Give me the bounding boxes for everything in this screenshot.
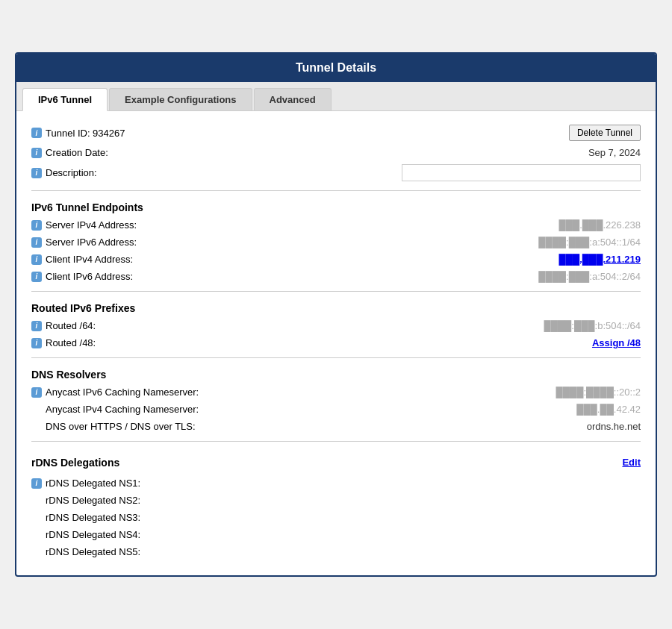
- info-icon-anycast-ipv6: i: [31, 387, 42, 398]
- description-input[interactable]: [402, 164, 641, 181]
- client-ipv6-row: i Client IPv6 Address: ████:███:a:504::2…: [31, 268, 641, 285]
- anycast-ipv4-value: ███.██.42.42: [576, 404, 641, 415]
- description-row: i Description:: [31, 161, 641, 184]
- creation-date-row: i Creation Date: Sep 7, 2024: [31, 144, 641, 161]
- info-icon-client-ipv6: i: [31, 272, 42, 282]
- tab-example-configurations[interactable]: Example Configurations: [109, 88, 252, 110]
- assign-48-link[interactable]: Assign /48: [592, 337, 641, 348]
- server-ipv4-label: Server IPv4 Address:: [46, 219, 137, 231]
- endpoints-section-title: IPv6 Tunnel Endpoints: [31, 197, 641, 216]
- delete-tunnel-button[interactable]: Delete Tunnel: [569, 125, 641, 141]
- info-icon-server-ipv6: i: [31, 237, 42, 248]
- server-ipv4-value: ███.███.226.238: [559, 219, 641, 231]
- anycast-ipv6-row: i Anycast IPv6 Caching Nameserver: ████:…: [31, 384, 641, 401]
- info-icon-description: i: [31, 168, 42, 178]
- routed64-value: ████:███:b:504::/64: [544, 320, 641, 331]
- creation-date-value: Sep 7, 2024: [588, 147, 641, 158]
- routed48-label: Routed /48:: [46, 337, 96, 348]
- info-icon-server-ipv4: i: [31, 220, 42, 231]
- dns-https-value: ordns.he.net: [587, 421, 641, 432]
- anycast-ipv6-label: Anycast IPv6 Caching Nameserver:: [46, 387, 199, 398]
- server-ipv6-row: i Server IPv6 Address: ████:███:a:504::1…: [31, 234, 641, 251]
- panel-title: Tunnel Details: [16, 54, 656, 82]
- client-ipv4-value[interactable]: ███.███.211.219: [559, 254, 641, 265]
- divider-rdns: [31, 441, 641, 442]
- creation-date-label: Creation Date:: [46, 147, 108, 158]
- server-ipv6-value: ████:███:a:504::1/64: [538, 237, 641, 248]
- tab-content: i Tunnel ID: 934267 Delete Tunnel i Crea…: [16, 111, 656, 575]
- rdns-ns3-row: rDNS Delegated NS3:: [31, 509, 641, 526]
- info-icon-client-ipv4: i: [31, 254, 42, 265]
- tab-ipv6-tunnel[interactable]: IPv6 Tunnel: [22, 88, 108, 111]
- routed64-row: i Routed /64: ████:███:b:504::/64: [31, 317, 641, 334]
- rdns-ns5-row: rDNS Delegated NS5:: [31, 543, 641, 560]
- info-icon-creation-date: i: [31, 148, 42, 158]
- routed64-label: Routed /64:: [46, 320, 96, 331]
- rdns-section-title: rDNS Delegations: [31, 452, 119, 472]
- divider-endpoints: [31, 190, 641, 191]
- rdns-edit-link[interactable]: Edit: [622, 457, 641, 468]
- anycast-ipv4-row: Anycast IPv4 Caching Nameserver: ███.██.…: [31, 401, 641, 418]
- rdns-ns1-row: i rDNS Delegated NS1:: [31, 475, 641, 492]
- tunnel-id-label: Tunnel ID: 934267: [46, 128, 125, 139]
- anycast-ipv4-label: Anycast IPv4 Caching Nameserver:: [46, 404, 199, 415]
- dns-https-row: DNS over HTTPS / DNS over TLS: ordns.he.…: [31, 418, 641, 435]
- tab-advanced[interactable]: Advanced: [254, 88, 332, 110]
- rdns-ns4-row: rDNS Delegated NS4:: [31, 526, 641, 543]
- rdns-ns4-label: rDNS Delegated NS4:: [46, 529, 140, 540]
- client-ipv6-label: Client IPv6 Address:: [46, 271, 133, 282]
- client-ipv4-label: Client IPv4 Address:: [46, 254, 133, 265]
- rdns-ns3-label: rDNS Delegated NS3:: [46, 512, 140, 523]
- tunnel-id-row: i Tunnel ID: 934267 Delete Tunnel: [31, 122, 641, 144]
- server-ipv6-label: Server IPv6 Address:: [46, 237, 137, 248]
- rdns-ns2-label: rDNS Delegated NS2:: [46, 495, 140, 506]
- routed-section-title: Routed IPv6 Prefixes: [31, 298, 641, 317]
- rdns-ns1-label: rDNS Delegated NS1:: [46, 478, 140, 489]
- info-icon-routed48: i: [31, 338, 42, 348]
- tab-bar: IPv6 Tunnel Example Configurations Advan…: [16, 82, 656, 111]
- routed48-row: i Routed /48: Assign /48: [31, 334, 641, 351]
- rdns-section-row: rDNS Delegations Edit: [31, 448, 641, 475]
- dns-https-label: DNS over HTTPS / DNS over TLS:: [46, 421, 196, 432]
- tunnel-details-panel: Tunnel Details IPv6 Tunnel Example Confi…: [15, 52, 657, 577]
- rdns-ns2-row: rDNS Delegated NS2:: [31, 492, 641, 509]
- rdns-ns5-label: rDNS Delegated NS5:: [46, 546, 140, 557]
- client-ipv6-value: ████:███:a:504::2/64: [538, 271, 641, 282]
- description-label: Description:: [46, 167, 97, 178]
- dns-section-title: DNS Resolvers: [31, 364, 641, 384]
- divider-routed: [31, 291, 641, 292]
- divider-dns: [31, 357, 641, 358]
- info-icon-routed64: i: [31, 321, 42, 331]
- client-ipv4-row: i Client IPv4 Address: ███.███.211.219: [31, 251, 641, 268]
- info-icon-rdns-ns1: i: [31, 478, 42, 489]
- anycast-ipv6-value: ████:████::20::2: [556, 387, 641, 398]
- server-ipv4-row: i Server IPv4 Address: ███.███.226.238: [31, 216, 641, 234]
- info-icon-tunnel-id: i: [31, 128, 42, 138]
